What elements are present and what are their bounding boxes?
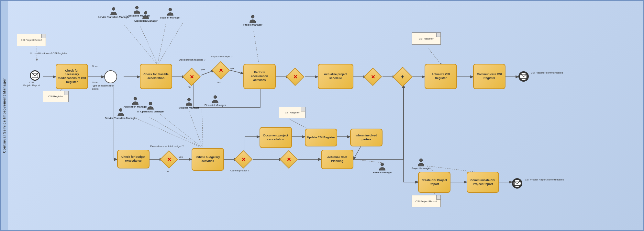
svg-line-28 bbox=[140, 27, 157, 64]
svg-line-33 bbox=[147, 116, 201, 147]
svg-line-32 bbox=[134, 117, 200, 147]
no3-label: no bbox=[166, 170, 169, 173]
svg-line-34 bbox=[160, 114, 202, 147]
svg-point-51 bbox=[381, 163, 384, 166]
task-communicate-csi-report[interactable]: Communicate CSI Project Report bbox=[467, 172, 499, 193]
task-actualize-cost[interactable]: Actualize Cost Planning bbox=[321, 150, 353, 169]
person-project-manager-right: Project Manager bbox=[412, 158, 431, 170]
svg-line-39 bbox=[427, 166, 479, 172]
svg-point-50 bbox=[214, 96, 217, 98]
label-time: Time bbox=[92, 81, 97, 84]
doc-csi-project-report-top: CSI Project Report bbox=[17, 34, 46, 46]
svg-point-42 bbox=[135, 6, 138, 9]
svg-line-24 bbox=[428, 49, 441, 65]
start-label: CSIProjekt Report bbox=[23, 81, 40, 87]
task-check-feasible[interactable]: Check for feasible acceleration bbox=[140, 64, 172, 89]
gateway-after-perform: ✕ bbox=[289, 70, 302, 83]
gateway-type-modification bbox=[104, 70, 117, 83]
task-create-csi-report[interactable]: Create CSI Project Report bbox=[418, 172, 450, 193]
svg-point-45 bbox=[251, 15, 254, 18]
svg-line-27 bbox=[124, 25, 157, 64]
doc-csi-register-mid: CSI Register bbox=[279, 107, 305, 118]
gateway-type-label: Type of modification bbox=[91, 84, 114, 87]
person-supplier-bot: Supplier Manager bbox=[179, 97, 199, 109]
doc-csi-register-top: CSI Register bbox=[43, 91, 69, 102]
acc-feasible-label: Acceleration feasible ? bbox=[179, 58, 205, 61]
svg-line-35 bbox=[189, 111, 202, 147]
person-app-manager-top: Application Manager bbox=[134, 10, 158, 22]
svg-line-5 bbox=[230, 70, 243, 74]
yes3-label: yes bbox=[179, 156, 183, 158]
gateway-cancel-project: ✕ bbox=[237, 153, 250, 166]
end-event-bottom bbox=[512, 178, 522, 189]
svg-point-41 bbox=[112, 7, 115, 10]
person-project-manager-top: Project Manager bbox=[243, 14, 262, 26]
task-initiate-budgetary[interactable]: Initiate budgetary activities bbox=[192, 148, 224, 171]
no1-label: no bbox=[188, 86, 191, 88]
svg-point-49 bbox=[187, 98, 190, 101]
svg-point-48 bbox=[119, 109, 122, 111]
gateway-plus-merge: + bbox=[395, 70, 410, 84]
svg-line-31 bbox=[254, 31, 259, 62]
csi-communicated-label: CSI Register communicated bbox=[531, 71, 563, 74]
arrows-layer bbox=[8, 1, 643, 230]
task-communicate-csi[interactable]: Communicate CSI Register bbox=[473, 64, 505, 89]
svg-line-30 bbox=[158, 23, 183, 64]
swimlane-label: Continual Service Improvement Manager bbox=[1, 1, 8, 230]
svg-point-44 bbox=[169, 8, 172, 11]
task-actualize-schedule[interactable]: Actualize project schedule bbox=[318, 64, 353, 89]
gateway-exceedance: ✕ bbox=[162, 153, 175, 166]
start-event bbox=[30, 70, 40, 81]
task-inform-parties[interactable]: Inform involved parties bbox=[350, 129, 383, 146]
exceedance-label: Exceedance of total budget ? bbox=[150, 145, 184, 148]
task-check-necessary[interactable]: Check for necessary modifications of CSI… bbox=[56, 64, 88, 89]
doc-csi-project-report-bottom: CSI Project Report bbox=[412, 195, 441, 207]
task-document-cancellation[interactable]: Document project cancellation bbox=[260, 127, 292, 148]
gateway-acceleration-feasible: ✕ bbox=[185, 70, 198, 83]
csi-report-communicated-label: CSI Project Report communicated bbox=[525, 178, 564, 181]
task-update-csi[interactable]: Update CSI Register bbox=[305, 129, 337, 146]
yes1-label: yes bbox=[201, 68, 205, 71]
person-it-ops-bot: IT Operations Manager bbox=[137, 101, 164, 113]
doc-csi-register-right: CSI Register bbox=[412, 32, 441, 45]
gateway-after-actualize: ✕ bbox=[366, 70, 379, 83]
person-supplier-top: Supplier Manager bbox=[160, 7, 180, 19]
svg-point-52 bbox=[420, 159, 423, 162]
no-modifications-label: No modifications of CSI Register bbox=[30, 52, 67, 55]
label-costs: Costs bbox=[92, 87, 98, 90]
impact-budget-label: Impact to budget ? bbox=[211, 55, 232, 58]
svg-point-47 bbox=[149, 102, 152, 105]
svg-line-29 bbox=[158, 22, 166, 64]
task-perform-acceleration[interactable]: Perform acceleration activities bbox=[243, 64, 276, 89]
gateway-impact-budget: ✕ bbox=[214, 64, 227, 77]
svg-point-43 bbox=[144, 11, 147, 14]
diagram-area: Service Transition Manager IT Operations… bbox=[8, 1, 643, 230]
person-service-trans-bot: Service Transition Manager bbox=[105, 108, 136, 120]
no2-label: no bbox=[217, 81, 220, 84]
svg-line-36 bbox=[202, 109, 203, 147]
person-project-manager-bot: Project Manager bbox=[373, 162, 392, 174]
label-none: None bbox=[92, 65, 98, 68]
task-actualize-csi[interactable]: Actualize CSI Register bbox=[425, 64, 457, 89]
task-check-budget[interactable]: Check for budget exceedance bbox=[117, 150, 150, 168]
person-financial: Financial Manager bbox=[205, 95, 226, 107]
gateway-after-cost: ✕ bbox=[282, 153, 295, 166]
svg-point-46 bbox=[134, 97, 137, 100]
cancel-label: Cancel project ? bbox=[230, 169, 249, 172]
yes2-label: yes bbox=[230, 67, 234, 70]
end-event-top bbox=[518, 71, 529, 82]
